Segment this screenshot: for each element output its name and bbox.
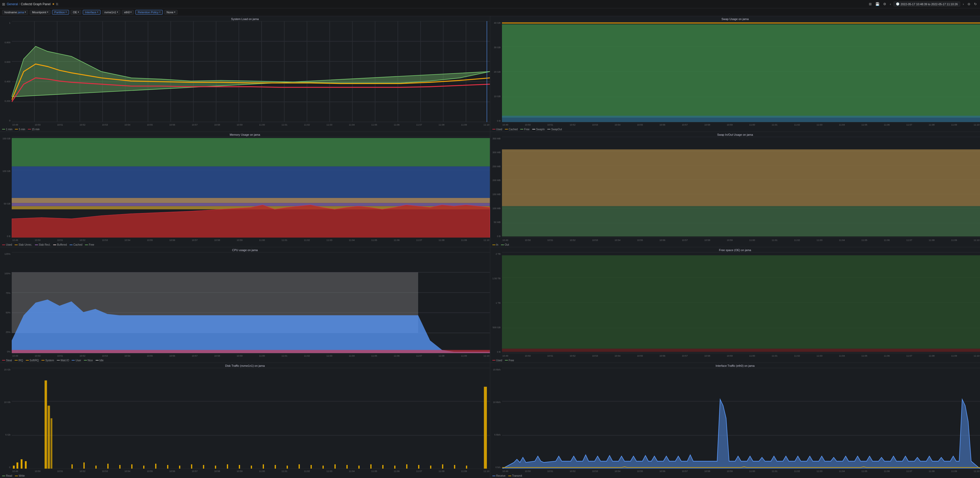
svg-rect-95	[215, 465, 216, 468]
filter-mountpoint[interactable]: Mountpoint ▾	[30, 10, 50, 14]
panel-memory-usage: Memory Usage on jama 150 GB 100 GB 50 GB…	[0, 132, 490, 247]
save-button[interactable]: 💾	[874, 2, 881, 6]
svg-rect-106	[347, 465, 348, 468]
breadcrumb-general[interactable]: General	[7, 2, 18, 6]
filter-eth0[interactable]: eth0 ▾	[122, 10, 134, 14]
svg-rect-71	[502, 349, 980, 352]
time-range-display[interactable]: 🕐 2022-05-17 10:48:39 to 2022-05-17 11:1…	[894, 2, 960, 6]
panel-disk-traffic: Disk Traffic (nvme1n1) on jama 15 Gb 10 …	[0, 363, 490, 478]
legend-swapout: SwapOut	[547, 128, 562, 131]
filter-interface-label: Interface	[85, 11, 96, 14]
legend-fs-used-dot	[492, 360, 495, 360]
legend-mem-cached-label: Cached	[73, 243, 82, 246]
legend-slab-recl-dot	[35, 245, 38, 245]
zoom-out-button[interactable]: ⊖	[966, 2, 971, 6]
filter-retention-label: Retention Policy	[138, 11, 159, 14]
svg-rect-83	[72, 464, 73, 468]
svg-rect-54	[502, 149, 980, 206]
legend-irq-label: IRQ	[19, 359, 23, 362]
legend-user: User	[72, 359, 81, 362]
svg-marker-45	[12, 205, 490, 237]
legend-waitio: Wait.IO	[57, 359, 69, 362]
legend-nice-label: Nice	[88, 359, 93, 362]
legend-idle: Idle	[95, 359, 103, 362]
svg-rect-113	[430, 465, 431, 468]
legend-steal-dot	[2, 360, 5, 360]
star-icon[interactable]: ★	[52, 2, 55, 6]
dashboard-settings-icon[interactable]: ⊞	[868, 2, 873, 6]
svg-rect-91	[167, 465, 169, 468]
legend-mem-cached-dot	[70, 245, 73, 245]
share-icon[interactable]: ⎘	[56, 2, 58, 6]
filter-hostname[interactable]: hostname jama ▾	[2, 10, 28, 14]
legend-free-space: Used Free	[490, 358, 980, 363]
svg-rect-40	[12, 138, 490, 166]
legend-fs-used-label: Used	[496, 359, 502, 362]
svg-rect-99	[263, 464, 264, 468]
svg-rect-114	[442, 464, 443, 468]
svg-rect-101	[287, 465, 288, 468]
svg-rect-116	[466, 465, 467, 468]
breadcrumb: General / Collectd Graph Panel	[7, 2, 51, 6]
svg-rect-77	[16, 462, 18, 468]
svg-rect-34	[502, 24, 980, 118]
refresh-button[interactable]: ↻	[973, 2, 978, 6]
legend-mem-free: Free	[85, 243, 94, 246]
legend-system-dot	[41, 360, 45, 360]
legend-nice-dot	[84, 360, 87, 360]
y-axis-swap-inout: 350 MB 300 MB 250 MB 200 MB 150 MB 100 M…	[490, 137, 502, 238]
svg-rect-86	[107, 464, 108, 468]
legend-softirq: SoftIRQ	[26, 359, 39, 362]
svg-rect-88	[131, 464, 132, 468]
legend-cpu: Steal IRQ SoftIRQ System Wait.IO User	[0, 358, 490, 363]
filter-partition-label: Partition	[54, 11, 65, 14]
filter-hostname-label: hostname	[5, 11, 17, 14]
legend-slab-recl: Slab Recl.	[35, 243, 51, 246]
filter-partition[interactable]: Partition ▾	[52, 10, 69, 14]
filter-none[interactable]: None ▾	[164, 10, 178, 14]
svg-rect-115	[454, 465, 455, 468]
legend-waitio-dot	[57, 360, 60, 360]
legend-softirq-label: SoftIRQ	[30, 359, 39, 362]
y-axis-interface: 15 kb/s 10 kb/s 5 kb/s 0 b/s	[490, 368, 502, 469]
svg-rect-105	[334, 464, 336, 468]
legend-system: System	[41, 359, 54, 362]
panel-interface-traffic: Interface Traffic (eth0) on jama 15 kb/s…	[490, 363, 980, 478]
panel-interface-chart: 15 kb/s 10 kb/s 5 kb/s 0 b/s 10:49	[490, 368, 980, 474]
svg-rect-82	[51, 418, 52, 468]
legend-15min: 15 min	[28, 128, 40, 131]
legend-disk: Read Write	[0, 474, 490, 478]
svg-rect-80	[45, 380, 47, 468]
legend-mem-used-dot	[2, 245, 5, 245]
chevron-right-time[interactable]: ›	[962, 2, 965, 6]
filter-none-label: None	[167, 11, 173, 14]
legend-mem-used: Used	[2, 243, 12, 246]
graph-canvas-memory	[12, 137, 490, 238]
filter-oe[interactable]: OE ▾	[70, 10, 81, 14]
legend-used-label: Used	[496, 128, 502, 131]
svg-rect-92	[179, 465, 180, 468]
svg-rect-90	[155, 464, 156, 468]
filter-retention[interactable]: Retention Policy ▾	[135, 10, 163, 14]
filter-hostname-value: jama	[18, 11, 24, 14]
filter-nvme[interactable]: nvme1n1 ▾	[102, 10, 120, 14]
legend-steal: Steal	[2, 359, 12, 362]
legend-system-label: System	[45, 359, 54, 362]
legend-1min: 1 min	[2, 128, 12, 131]
chevron-left-time[interactable]: ‹	[889, 2, 892, 6]
legend-write-label: Write	[19, 474, 25, 477]
filter-interface[interactable]: Interface ▾	[83, 10, 100, 14]
settings-button[interactable]: ⚙	[882, 2, 887, 6]
panel-cpu-title: CPU usage on jama	[0, 247, 490, 252]
graph-canvas-system-load	[12, 21, 490, 122]
legend-mem-cached: Cached	[70, 243, 82, 246]
panel-swap-inout-title: Swap In/Out Usage on jama	[490, 132, 980, 137]
legend-15min-label: 15 min	[32, 128, 40, 131]
chevron-down-icon: ▾	[130, 11, 132, 13]
y-axis-swap: 40 GB 30 GB 20 GB 10 GB 0 B	[490, 21, 502, 122]
svg-rect-55	[502, 206, 980, 236]
svg-rect-111	[406, 464, 407, 468]
filter-bar: hostname jama ▾ Mountpoint ▾ Partition ▾…	[0, 8, 980, 16]
legend-idle-label: Idle	[99, 359, 103, 362]
svg-rect-78	[21, 459, 22, 468]
